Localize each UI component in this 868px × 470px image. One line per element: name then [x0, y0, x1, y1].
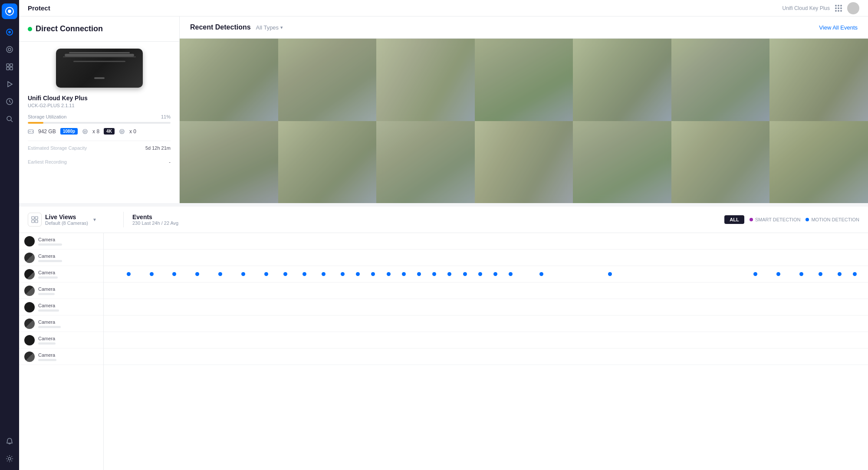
camera-sub-4	[38, 293, 55, 295]
events-label: Events	[132, 214, 178, 220]
sidebar-item-history[interactable]	[2, 94, 17, 109]
camera-avatar-7	[24, 335, 35, 345]
storage-util-label: Storage Utilization	[28, 114, 66, 119]
camera-list: Camera Camera Camera	[19, 233, 104, 470]
camera-sub-7	[38, 342, 56, 345]
events-stats: 230 Last 24h / 22 Avg	[132, 220, 178, 226]
svg-rect-8	[7, 67, 9, 70]
camera-name-4: Camera	[38, 286, 55, 292]
detections-filter-dropdown[interactable]: All Types ▾	[256, 24, 283, 31]
top-section: Direct Connection Unifi Cloud Key Plus U…	[19, 16, 868, 203]
smart-detection-dot	[750, 218, 753, 221]
svg-point-21	[121, 131, 123, 132]
header-device-name: Unifi Cloud Key Plus	[783, 5, 830, 11]
apps-grid-icon[interactable]	[835, 5, 842, 12]
detection-thumb-1[interactable]	[180, 39, 278, 121]
detection-thumb-2[interactable]	[278, 39, 377, 121]
detections-grid	[180, 39, 868, 203]
sidebar-item-grid[interactable]	[2, 59, 17, 75]
timeline-row-1	[104, 233, 868, 250]
detection-thumb-4[interactable]	[475, 39, 573, 121]
camera-row-3[interactable]: Camera	[19, 266, 103, 283]
svg-marker-10	[8, 82, 12, 87]
camera-row-1[interactable]: Camera	[19, 233, 103, 250]
live-views-section: Live Views Default (8 Cameras) ▾	[28, 213, 115, 227]
timeline-row-4	[104, 283, 868, 299]
sidebar-item-search[interactable]	[2, 111, 17, 127]
detection-thumb-8[interactable]	[180, 121, 278, 204]
filter-all-button[interactable]: ALL	[724, 215, 744, 224]
camera-list-area: Camera Camera Camera	[19, 233, 868, 470]
detections-title-row: Recent Detections All Types ▾	[190, 23, 283, 31]
app-logo[interactable]	[2, 3, 17, 19]
detection-thumb-10[interactable]	[376, 121, 475, 204]
live-views-chevron[interactable]: ▾	[93, 217, 96, 223]
sidebar-item-settings[interactable]	[2, 451, 17, 467]
storage-util-row: Storage Utilization 11%	[28, 114, 171, 119]
camera-avatar-3	[24, 269, 35, 279]
view-all-events-link[interactable]: View All Events	[819, 24, 858, 31]
camera-name-6: Camera	[38, 319, 61, 325]
svg-line-13	[11, 120, 13, 122]
timeline-row-6	[104, 316, 868, 332]
badge-4k: 4K	[104, 128, 115, 135]
camera-row-7[interactable]: Camera	[19, 332, 103, 348]
sidebar-item-alerts[interactable]	[2, 434, 17, 449]
sidebar	[0, 0, 19, 470]
camera-row-8[interactable]: Camera	[19, 348, 103, 365]
camera-avatar-1	[24, 236, 35, 247]
camera-row-4[interactable]: Camera	[19, 283, 103, 299]
svg-point-19	[84, 131, 86, 132]
timeline-row-2	[104, 250, 868, 266]
camera-sub-6	[38, 326, 61, 328]
detection-thumb-9[interactable]	[278, 121, 377, 204]
camera-avatar-8	[24, 352, 35, 362]
detection-thumb-7[interactable]	[769, 39, 868, 121]
motion-detection-dot	[806, 218, 809, 221]
sidebar-item-protect[interactable]	[2, 24, 17, 40]
sidebar-item-cameras[interactable]	[2, 42, 17, 57]
svg-rect-25	[35, 220, 38, 223]
cam-icon-2	[119, 128, 125, 135]
detections-panel: Recent Detections All Types ▾ View All E…	[180, 16, 868, 203]
header-divider	[123, 212, 124, 227]
detection-thumb-3[interactable]	[376, 39, 475, 121]
detection-thumb-14[interactable]	[769, 121, 868, 204]
detection-thumb-11[interactable]	[475, 121, 573, 204]
svg-rect-7	[10, 64, 13, 66]
motion-detection-legend: MOTION DETECTION	[806, 217, 859, 222]
est-storage-row: Estimated Storage Capacity 5d 12h 21m	[28, 141, 171, 155]
live-views-text: Live Views Default (8 Cameras)	[45, 214, 88, 226]
svg-point-20	[120, 129, 124, 134]
detection-thumb-13[interactable]	[671, 121, 770, 204]
page-title: Protect	[28, 4, 50, 12]
camera-sub-8	[38, 359, 56, 361]
svg-point-1	[8, 10, 11, 13]
detection-thumb-12[interactable]	[573, 121, 671, 204]
live-views-icon	[28, 213, 42, 227]
storage-util-pct: 11%	[161, 114, 171, 119]
events-filter: ALL SMART DETECTION MOTION DETECTION	[724, 215, 859, 224]
svg-rect-24	[32, 220, 34, 223]
sidebar-item-playback[interactable]	[2, 76, 17, 92]
connection-label: Direct Connection	[36, 24, 103, 33]
user-avatar[interactable]	[847, 2, 859, 14]
camera-name-5: Camera	[38, 303, 59, 308]
timeline-row-3	[104, 266, 868, 283]
camera-sub-1	[38, 243, 62, 246]
timeline-row-5	[104, 299, 868, 316]
detection-thumb-6[interactable]	[671, 39, 770, 121]
main-content: Protect Unifi Cloud Key Plus Direct Co	[19, 0, 868, 470]
bottom-header: Live Views Default (8 Cameras) ▾ Events …	[19, 207, 868, 233]
device-model: UCK-G2-PLUS 2.1.11	[28, 103, 171, 108]
camera-row-2[interactable]: Camera	[19, 250, 103, 266]
camera-row-6[interactable]: Camera	[19, 316, 103, 332]
timeline-row-8	[104, 348, 868, 365]
camera-row-5[interactable]: Camera	[19, 299, 103, 316]
connection-bar: Direct Connection	[19, 16, 179, 42]
svg-rect-23	[35, 217, 38, 219]
camera-info-row: 942 GB 1080p x 8 4K x 0	[28, 128, 171, 135]
badge-1080p: 1080p	[60, 128, 78, 135]
live-views-label: Live Views	[45, 214, 88, 220]
detection-thumb-5[interactable]	[573, 39, 671, 121]
